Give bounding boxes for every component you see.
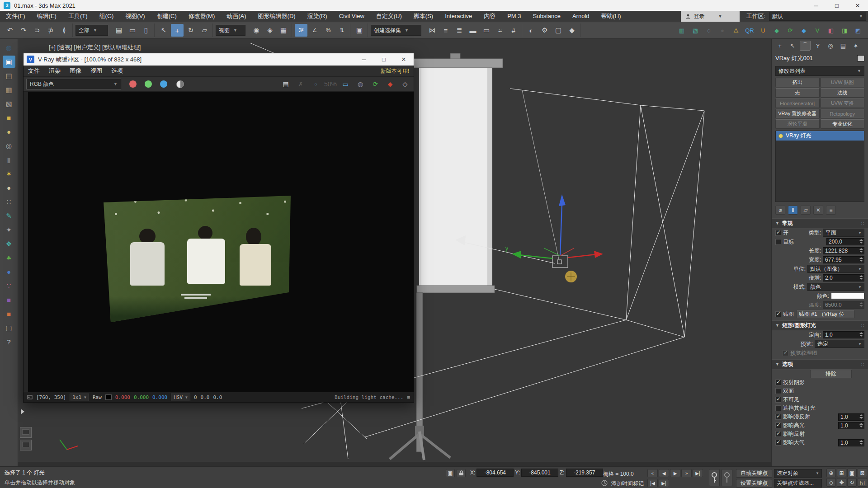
gray-tool-1-icon[interactable]: ▤ [3, 70, 15, 82]
test-resolution-icon[interactable]: 50% [325, 79, 336, 89]
workspace-dropdown[interactable]: 默认 ▼ [769, 12, 866, 21]
option-value-field[interactable]: 1.0 [838, 422, 864, 429]
selection-lock-icon[interactable] [457, 469, 466, 477]
modifier-button[interactable]: 壳 [775, 88, 820, 98]
vray-render-icon[interactable]: ◆ [770, 24, 783, 37]
auto-key-button[interactable]: 自动关键点 [736, 469, 772, 478]
vfb-menu-item[interactable]: 视图 [86, 67, 107, 75]
redo-icon[interactable]: ↷ [17, 24, 30, 37]
play-icon[interactable]: ▶ [670, 469, 680, 477]
gray-tool-3-icon[interactable]: ▧ [3, 98, 15, 110]
go-to-end-icon[interactable]: ▶| [693, 469, 703, 477]
rendered-frame-window-icon[interactable]: ▢ [552, 24, 565, 37]
red-channel-button[interactable] [129, 80, 137, 88]
toggle-ribbon-icon[interactable]: ▭ [480, 24, 493, 37]
yellow-sphere-icon[interactable]: ● [3, 126, 15, 138]
keyboard-shortcut-override-icon[interactable]: ▦ [277, 24, 290, 37]
rollout-rect-light-header[interactable]: ▼ 矩形/圆形灯光 ∷ [772, 320, 868, 330]
remove-modifier-icon[interactable]: ✕ [813, 206, 823, 215]
object-name-field[interactable]: VRay 灯光001 [775, 54, 813, 62]
selection-filter-dropdown[interactable]: 全部▼ [75, 25, 108, 36]
window-crossing-icon[interactable]: ▯ [140, 24, 152, 37]
show-end-result-icon[interactable]: ‖ [788, 206, 798, 215]
zoom-extents-icon[interactable]: ▣ [847, 469, 857, 477]
key-filters-button[interactable]: 关键点过滤器... [774, 479, 822, 488]
add-time-tag[interactable]: 添加时间标记 [611, 480, 644, 488]
target-checkbox[interactable] [775, 239, 781, 245]
vfb-maximize-button[interactable]: □ [374, 53, 394, 66]
auto-key-toggle-button[interactable] [722, 469, 732, 486]
directional-field[interactable]: 1.0 [823, 331, 864, 338]
create-tab-icon[interactable]: ↖ [787, 41, 798, 51]
dots-grid-icon[interactable]: ∷ [3, 196, 15, 208]
texmap-checkbox[interactable] [775, 311, 781, 317]
color-tool-2-icon[interactable]: ◨ [838, 24, 851, 37]
maximize-button[interactable]: □ [826, 0, 847, 11]
pixel-zoom-dropdown[interactable]: 1x1▼ [70, 394, 89, 401]
stereo-icon[interactable]: ◍ [354, 79, 366, 89]
dark-cylinder-icon[interactable]: ▮ [3, 154, 15, 166]
render-last-icon[interactable]: ◆ [384, 79, 396, 89]
vfb-titlebar[interactable]: V V-Ray 帧缓冲区 - [100.0% of 832 x 468] ─ □… [24, 53, 414, 66]
hierarchy-tab-icon[interactable]: Y [812, 41, 823, 51]
vfb-channel-dropdown[interactable]: RGB 颜色 ▼ [26, 79, 121, 89]
menu-item[interactable]: 文件(F) [0, 11, 31, 22]
minimized-floater-1[interactable] [20, 427, 32, 438]
field-of-view-icon[interactable]: ◇ [826, 478, 836, 487]
render-outline-icon[interactable]: ◇ [399, 79, 411, 89]
modifier-button[interactable]: FloorGenerator[ [775, 99, 820, 108]
render-production-icon[interactable]: ◆ [566, 24, 578, 37]
reference-coordinate-dropdown[interactable]: 视图▼ [216, 25, 245, 36]
maximize-viewport-icon[interactable]: ◱ [858, 478, 867, 487]
log-icon[interactable]: ≡ [407, 394, 410, 400]
panel-blue-icon[interactable]: ▣ [3, 56, 15, 68]
percent-snap-icon[interactable]: % [322, 24, 335, 37]
go-to-start-icon[interactable]: « [647, 469, 658, 477]
rollout-general-header[interactable]: ▼ 常规 ∷ [772, 218, 868, 228]
width-field[interactable]: 677.95 [823, 256, 864, 263]
menu-item[interactable]: 渲染(R) [302, 11, 333, 22]
configure-modifier-sets-icon[interactable]: ≡ [826, 206, 836, 215]
menu-item[interactable]: Substance [527, 11, 566, 22]
pan-icon[interactable]: ✥ [837, 478, 846, 487]
vfb-menu-item[interactable]: 选项 [107, 67, 127, 75]
texmap-button[interactable]: 贴图 #1 （VRay 位 [797, 310, 854, 318]
cream-sphere-icon[interactable]: ● [3, 182, 15, 194]
x-coordinate-field[interactable]: -804.654 [476, 469, 514, 477]
option-checkbox[interactable] [775, 422, 781, 428]
blue-channel-button[interactable] [160, 80, 167, 88]
close-button[interactable]: ✕ [847, 0, 868, 11]
menu-item[interactable]: 修改器(M) [183, 11, 221, 22]
option-checkbox[interactable] [775, 388, 781, 394]
menu-item[interactable]: 视图(V) [119, 11, 151, 22]
zoom-icon[interactable]: ⊕ [826, 469, 836, 477]
set-keys-button[interactable] [709, 469, 720, 486]
teal-brush-icon[interactable]: ✎ [3, 210, 15, 222]
gray-box-icon[interactable]: ▢ [3, 322, 15, 334]
modifier-stack[interactable]: VRay 灯光 [775, 131, 864, 202]
multiplier-field[interactable]: 2.0 [823, 274, 864, 282]
modifier-button[interactable]: 专业优化 [821, 119, 865, 129]
select-and-rotate-icon[interactable]: ↻ [184, 24, 197, 37]
green-channel-button[interactable] [145, 80, 152, 88]
rectangular-region-icon[interactable]: ▭ [126, 24, 139, 37]
viewport-label[interactable]: [+] [透视] [用户定义] [默认明暗处理] [49, 43, 141, 52]
modifier-list-dropdown[interactable]: 修改器列表 ▼ [775, 66, 864, 76]
minimize-button[interactable]: ─ [806, 0, 826, 11]
option-checkbox[interactable] [775, 431, 781, 437]
menu-item[interactable]: 编辑(E) [31, 11, 62, 22]
option-checkbox[interactable] [775, 405, 781, 411]
edit-named-selection-sets-icon[interactable]: ▣ [353, 24, 366, 37]
light-on-checkbox[interactable] [775, 230, 781, 236]
previous-key-icon[interactable]: |◀ [647, 479, 658, 487]
select-and-scale-icon[interactable]: ▱ [198, 24, 211, 37]
modifier-button[interactable]: UVW 贴图 [821, 78, 865, 87]
color-tool-1-icon[interactable]: ◧ [825, 24, 837, 37]
toggle-layer-explorer-icon[interactable]: ▬ [467, 24, 479, 37]
u-badge-icon[interactable]: U [757, 24, 769, 37]
unlink-selection-icon[interactable]: ⊅ [44, 24, 57, 37]
region-render-icon[interactable]: ▫ [310, 79, 321, 89]
snaps-toggle-icon[interactable]: 3² [295, 24, 307, 37]
previous-frame-icon[interactable]: ◀ [659, 469, 669, 477]
modifier-button[interactable]: UVW 变换 [821, 99, 865, 108]
